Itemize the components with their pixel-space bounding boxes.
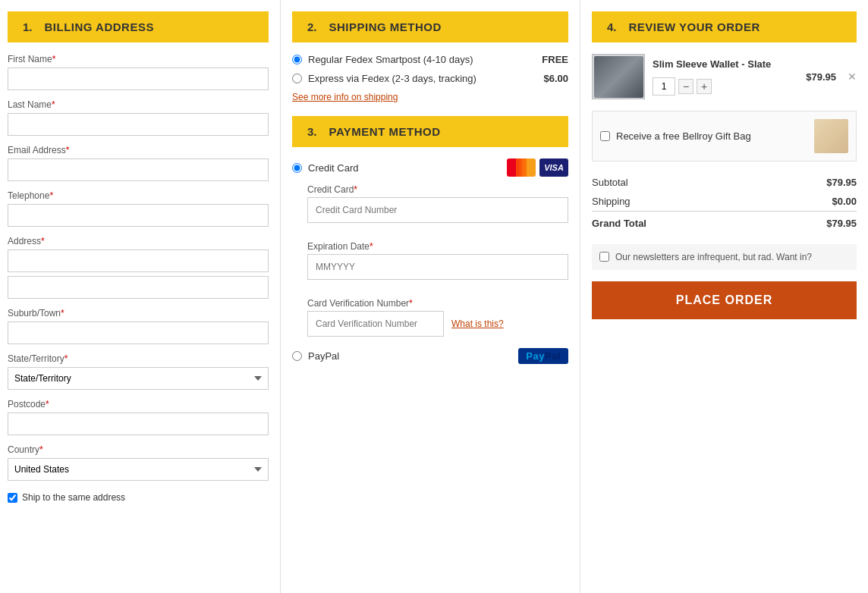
gift-bag-checkbox[interactable]: [600, 131, 610, 141]
qty-decrease-btn[interactable]: −: [678, 79, 693, 94]
product-image: [592, 54, 645, 99]
shipping-option-2: Express via Fedex (2-3 days, tracking) $…: [292, 73, 568, 84]
product-info: Slim Sleeve Wallet - Slate − +: [653, 58, 798, 96]
product-name: Slim Sleeve Wallet - Slate: [653, 58, 798, 71]
last-name-group: Last Name*: [8, 99, 269, 136]
cvn-input[interactable]: [307, 311, 444, 337]
payment-radio-cc[interactable]: [292, 163, 302, 173]
last-name-label: Last Name*: [8, 99, 269, 110]
shipping-number: 2.: [301, 17, 323, 36]
newsletter-label: Our newsletters are infrequent, but rad.…: [615, 252, 812, 262]
cc-number-group: Credit Card*: [307, 184, 568, 232]
billing-header: 1. BILLING ADDRESS: [8, 11, 269, 42]
first-name-label: First Name*: [8, 54, 269, 64]
postcode-input[interactable]: [8, 413, 269, 435]
payment-header: 3. PAYMENT METHOD: [292, 116, 568, 147]
visa-icon: VISA: [539, 158, 568, 177]
shipping-label: Shipping: [592, 192, 763, 212]
payment-radio-paypal[interactable]: [292, 351, 302, 361]
shipping-value: $0.00: [763, 192, 857, 212]
ship-same-label: Ship to the same address: [22, 492, 125, 503]
review-header: 4. REVIEW YOUR ORDER: [592, 11, 857, 42]
address-input-2[interactable]: [8, 276, 269, 299]
shipping-header: 2. SHIPPING METHOD: [292, 11, 568, 42]
telephone-input[interactable]: [8, 204, 269, 227]
first-name-group: First Name*: [8, 54, 269, 90]
telephone-group: Telephone*: [8, 190, 269, 227]
newsletter-row: Our newsletters are infrequent, but rad.…: [592, 244, 857, 270]
product-price: $79.95: [806, 71, 836, 83]
card-icons: VISA: [507, 158, 568, 177]
postcode-group: Postcode*: [8, 399, 269, 435]
grand-total-label: Grand Total: [592, 212, 763, 234]
billing-title: BILLING ADDRESS: [45, 20, 154, 33]
subtotal-row: Subtotal $79.95: [592, 173, 857, 192]
qty-input[interactable]: [653, 77, 675, 96]
gift-bag-label: Receive a free Bellroy Gift Bag: [616, 130, 751, 142]
cc-number-input[interactable]: [307, 197, 568, 223]
what-is-this-link[interactable]: What is this?: [451, 318, 504, 329]
country-select[interactable]: United States Canada Australia United Ki…: [8, 458, 269, 481]
state-select[interactable]: State/Territory Alabama Alaska Arizona C…: [8, 367, 269, 390]
suburb-label: Suburb/Town*: [8, 308, 269, 318]
state-group: State/Territory* State/Territory Alabama…: [8, 353, 269, 390]
gift-bag-row: Receive a free Bellroy Gift Bag: [592, 111, 857, 162]
subtotal-label: Subtotal: [592, 173, 763, 192]
payment-paypal-label: PayPal: [308, 350, 518, 362]
gift-bag-image: [814, 119, 848, 153]
shipping-label-2: Express via Fedex (2-3 days, tracking): [308, 73, 543, 84]
expiration-label: Expiration Date*: [307, 241, 568, 252]
shipping-row: Shipping $0.00: [592, 192, 857, 212]
cvn-label: Card Verification Number*: [307, 298, 568, 309]
totals-table: Subtotal $79.95 Shipping $0.00 Grand Tot…: [592, 173, 857, 233]
expiration-input[interactable]: [307, 254, 568, 280]
product-image-inner: [594, 56, 643, 98]
shipping-price-1: FREE: [542, 54, 568, 65]
place-order-button[interactable]: PLACE ORDER: [592, 281, 857, 319]
shipping-radio-2[interactable]: [292, 74, 302, 83]
qty-control: − +: [653, 77, 798, 96]
email-input[interactable]: [8, 158, 269, 181]
review-number: 4.: [601, 17, 623, 36]
country-group: Country* United States Canada Australia …: [8, 444, 269, 481]
payment-paypal-option: PayPal PayPal: [292, 348, 568, 364]
shipping-radio-1[interactable]: [292, 55, 302, 64]
see-more-shipping-link[interactable]: See more info on shipping: [292, 92, 568, 102]
shipping-label-1: Regular Fedex Smartpost (4-10 days): [308, 54, 542, 65]
subtotal-value: $79.95: [763, 173, 857, 192]
shipping-title: SHIPPING METHOD: [329, 20, 442, 33]
address-input-1[interactable]: [8, 249, 269, 272]
payment-cc-label: Credit Card: [308, 162, 507, 174]
payment-title: PAYMENT METHOD: [329, 125, 441, 138]
product-remove-btn[interactable]: ✕: [848, 71, 857, 83]
ship-same-row: Ship to the same address: [8, 492, 269, 503]
cvn-row: What is this?: [307, 311, 568, 337]
last-name-input[interactable]: [8, 113, 269, 136]
payment-credit-card-option: Credit Card VISA: [292, 158, 568, 177]
expiration-group: Expiration Date*: [307, 241, 568, 289]
shipping-price-2: $6.00: [543, 73, 568, 84]
billing-number: 1.: [17, 17, 39, 36]
ship-same-checkbox[interactable]: [8, 493, 17, 503]
credit-card-form: Credit Card* Expiration Date* Card Verif…: [307, 184, 568, 337]
first-name-input[interactable]: [8, 67, 269, 90]
shipping-option-1: Regular Fedex Smartpost (4-10 days) FREE: [292, 54, 568, 65]
product-row: Slim Sleeve Wallet - Slate − + $79.95 ✕: [592, 54, 857, 99]
email-group: Email Address*: [8, 145, 269, 181]
address-group: Address*: [8, 236, 269, 299]
cvn-group: Card Verification Number* What is this?: [307, 298, 568, 337]
newsletter-checkbox[interactable]: [599, 252, 609, 262]
country-label: Country*: [8, 444, 269, 455]
grand-total-row: Grand Total $79.95: [592, 212, 857, 234]
grand-total-value: $79.95: [763, 212, 857, 234]
review-title: REVIEW YOUR ORDER: [629, 20, 760, 33]
suburb-input[interactable]: [8, 322, 269, 344]
telephone-label: Telephone*: [8, 190, 269, 201]
address-label: Address*: [8, 236, 269, 246]
qty-increase-btn[interactable]: +: [697, 79, 712, 94]
cc-number-label: Credit Card*: [307, 184, 568, 195]
payment-number: 3.: [301, 122, 323, 141]
suburb-group: Suburb/Town*: [8, 308, 269, 344]
mastercard-icon: [507, 158, 536, 177]
email-label: Email Address*: [8, 145, 269, 155]
